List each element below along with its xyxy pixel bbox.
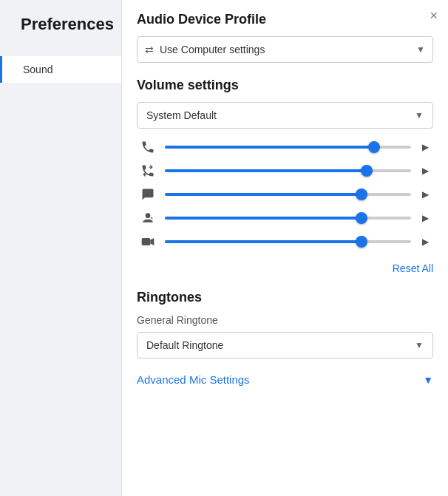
ringtones-title: Ringtones [137, 290, 433, 305]
slider-video-track[interactable] [165, 235, 411, 248]
slider-calls-track[interactable] [165, 140, 411, 154]
play-voicemail-button[interactable]: ▶ [417, 186, 433, 203]
volume-system-label: System Default [146, 109, 217, 121]
ringtone-label: Default Ringtone [146, 339, 223, 351]
volume-system-dropdown[interactable]: System Default ▼ [137, 102, 433, 129]
svg-marker-2 [150, 238, 154, 245]
audio-device-profile-title: Audio Device Profile [137, 12, 433, 27]
play-voice-button[interactable]: ▶ [417, 210, 433, 226]
sidebar: Preferences Sound [0, 0, 122, 496]
audio-profile-label: Use Computer settings [160, 44, 410, 55]
slider-row-transfer: ▶ [137, 163, 433, 179]
audio-profile-icon: ⇄ [145, 44, 154, 55]
volume-system-chevron-icon: ▼ [415, 110, 424, 120]
svg-point-0 [146, 213, 151, 218]
audio-profile-dropdown[interactable]: ⇄ Use Computer settings ▼ [137, 36, 433, 63]
audio-profile-chevron-icon: ▼ [416, 44, 425, 55]
close-button[interactable]: × [430, 9, 438, 22]
slider-transfer-track[interactable] [165, 164, 411, 177]
reset-all-button[interactable]: Reset All [393, 262, 433, 274]
transfer-icon [137, 163, 159, 178]
advanced-mic-chevron-icon: ▼ [423, 374, 433, 386]
reset-all-container: Reset All [137, 262, 433, 275]
video-icon [137, 234, 159, 249]
slider-row-calls: ▶ [137, 139, 433, 155]
ringtone-chevron-icon: ▼ [415, 340, 424, 350]
slider-row-video: ▶ [137, 234, 433, 250]
ringtone-sublabel: General Ringtone [137, 314, 433, 326]
play-calls-button[interactable]: ▶ [417, 139, 433, 155]
ringtones-section: Ringtones General Ringtone Default Ringt… [137, 290, 433, 359]
svg-rect-1 [142, 238, 151, 245]
sidebar-title: Preferences [0, 15, 121, 56]
voice-icon [137, 211, 159, 225]
calls-icon [137, 140, 159, 154]
sidebar-item-sound[interactable]: Sound [0, 56, 121, 83]
play-video-button[interactable]: ▶ [417, 234, 433, 250]
advanced-mic-section[interactable]: Advanced Mic Settings ▼ [137, 370, 433, 389]
slider-row-voicemail: ▶ [137, 186, 433, 203]
ringtone-dropdown[interactable]: Default Ringtone ▼ [137, 332, 433, 359]
slider-voicemail-track[interactable] [165, 188, 411, 201]
main-content: × Audio Device Profile ⇄ Use Computer se… [122, 0, 448, 496]
sidebar-item-label: Sound [23, 64, 52, 75]
volume-settings-title: Volume settings [137, 78, 433, 93]
advanced-mic-title: Advanced Mic Settings [137, 373, 250, 386]
voicemail-icon [137, 187, 159, 202]
slider-row-voice: ▶ [137, 210, 433, 226]
play-transfer-button[interactable]: ▶ [417, 163, 433, 179]
slider-voice-track[interactable] [165, 211, 411, 225]
audio-profile-dropdown-container: ⇄ Use Computer settings ▼ [137, 36, 433, 63]
volume-settings-section: Volume settings System Default ▼ ▶ [137, 78, 433, 250]
